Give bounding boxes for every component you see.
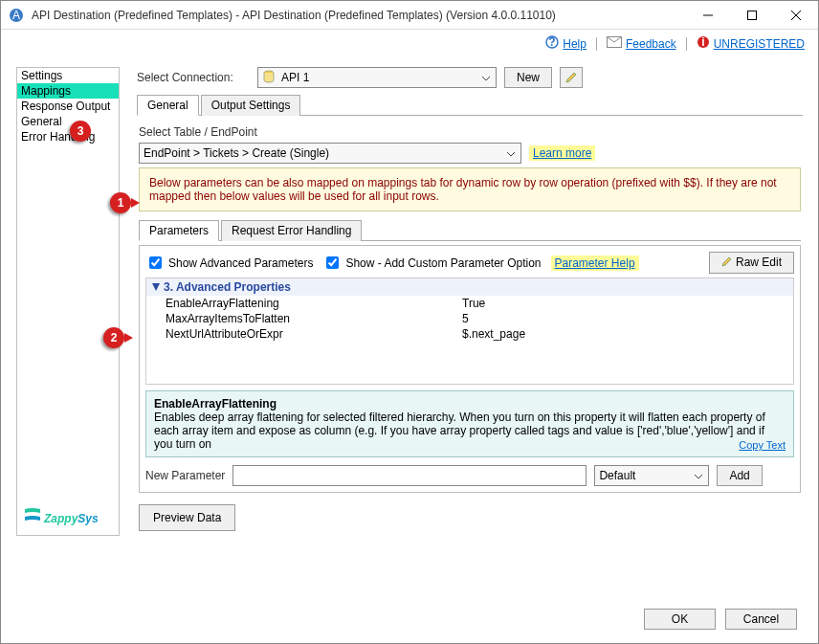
svg-text:ZappySys: ZappySys <box>43 512 99 525</box>
help-icon: ? <box>545 35 559 52</box>
property-row[interactable]: NextUrlAttributeOrExpr $.next_page <box>146 326 793 342</box>
show-advanced-checkbox[interactable]: Show Advanced Parameters <box>145 254 313 272</box>
endpoint-select[interactable]: EndPoint > Tickets > Create (Single) <box>139 143 521 164</box>
ok-button[interactable]: OK <box>644 609 716 630</box>
param-tabstrip: Parameters Request Error Handling <box>139 219 801 241</box>
show-custom-input[interactable] <box>326 256 339 269</box>
new-parameter-input[interactable] <box>232 465 587 486</box>
info-banner: Below parameters can be also mapped on m… <box>139 167 801 211</box>
copy-text-link[interactable]: Copy Text <box>739 439 786 451</box>
svg-text:i: i <box>701 35 704 49</box>
property-name: MaxArrayItemsToFlatten <box>166 312 462 325</box>
help-text: Enables deep array flattening for select… <box>154 411 786 451</box>
tab-output-settings[interactable]: Output Settings <box>201 95 301 116</box>
sidebar-item-general[interactable]: General <box>17 114 119 129</box>
property-help-box: EnableArrayFlattening Enables deep array… <box>145 390 794 457</box>
edit-connection-button[interactable] <box>560 67 583 88</box>
header-links: ? Help Feedback i UNREGISTERED <box>1 30 818 57</box>
property-name: EnableArrayFlattening <box>166 297 462 310</box>
cancel-button[interactable]: Cancel <box>725 609 797 630</box>
svg-text:?: ? <box>549 35 556 49</box>
connection-row: Select Connection: API 1 New <box>137 67 803 88</box>
new-parameter-row: New Parameter Default Add <box>145 465 794 486</box>
chevron-down-icon <box>482 71 490 84</box>
endpoint-label: Select Table / EndPoint <box>139 125 801 139</box>
property-value: True <box>462 297 485 310</box>
add-parameter-button[interactable]: Add <box>717 465 762 486</box>
footer: OK Cancel <box>1 595 818 643</box>
separator <box>686 37 687 51</box>
callout-1: 1 <box>110 192 131 213</box>
unregistered-link[interactable]: UNREGISTERED <box>714 37 805 51</box>
svg-text:A: A <box>12 9 20 22</box>
property-row[interactable]: MaxArrayItemsToFlatten 5 <box>146 311 793 326</box>
top-tabstrip: General Output Settings <box>137 94 803 116</box>
show-custom-label: Show - Add Custom Parameter Option <box>345 256 541 270</box>
db-icon <box>262 70 276 86</box>
raw-edit-button[interactable]: Raw Edit <box>709 252 794 274</box>
maximize-button[interactable] <box>730 1 774 30</box>
callout-1-pointer <box>131 198 140 208</box>
titlebar: A API Destination (Predefined Templates)… <box>1 1 818 30</box>
property-value: $.next_page <box>462 327 525 341</box>
connection-value: API 1 <box>281 71 309 84</box>
feedback-link[interactable]: Feedback <box>626 37 676 51</box>
chevron-down-icon <box>507 146 515 160</box>
connection-label: Select Connection: <box>137 71 250 84</box>
collapse-icon <box>152 280 160 294</box>
show-advanced-label: Show Advanced Parameters <box>168 256 313 270</box>
help-title: EnableArrayFlattening <box>154 397 786 411</box>
info-icon: i <box>697 35 710 52</box>
new-parameter-type-select[interactable]: Default <box>594 465 709 486</box>
property-row[interactable]: EnableArrayFlattening True <box>146 296 793 311</box>
callout-2: 2 <box>103 327 124 348</box>
tab-request-error-handling[interactable]: Request Error Handling <box>221 220 362 241</box>
parameters-panel: Show Advanced Parameters Show - Add Cust… <box>139 245 801 493</box>
help-link[interactable]: Help <box>563 37 587 51</box>
window-title: API Destination (Predefined Templates) -… <box>32 9 686 22</box>
tab-parameters[interactable]: Parameters <box>139 220 219 241</box>
mail-icon <box>607 36 622 51</box>
show-custom-checkbox[interactable]: Show - Add Custom Parameter Option <box>322 254 541 272</box>
tab-general[interactable]: General <box>137 95 199 116</box>
sidebar: Settings Mappings Response Output Genera… <box>16 67 120 536</box>
callout-3: 3 <box>70 121 91 142</box>
property-grid: 3. Advanced Properties EnableArrayFlatte… <box>145 278 794 385</box>
app-icon: A <box>9 8 24 23</box>
close-button[interactable] <box>774 1 818 30</box>
parameter-help-link[interactable]: Parameter Help <box>551 255 639 271</box>
callout-2-pointer <box>124 333 133 343</box>
new-connection-button[interactable]: New <box>504 67 552 88</box>
separator <box>596 37 597 51</box>
new-parameter-label: New Parameter <box>145 469 225 482</box>
chevron-down-icon <box>695 469 702 482</box>
property-value: 5 <box>462 312 469 325</box>
property-section-header[interactable]: 3. Advanced Properties <box>146 278 793 296</box>
brand-logo: ZappySys <box>17 501 119 535</box>
sidebar-item-mappings[interactable]: Mappings <box>17 83 119 99</box>
connection-select[interactable]: API 1 <box>257 67 497 88</box>
show-advanced-input[interactable] <box>149 256 162 269</box>
preview-data-button[interactable]: Preview Data <box>139 504 235 531</box>
svg-rect-3 <box>748 11 757 19</box>
sidebar-item-settings[interactable]: Settings <box>17 68 119 83</box>
sidebar-item-error-handling[interactable]: Error Handling <box>17 129 119 144</box>
edit-icon <box>721 255 733 270</box>
sidebar-item-response-output[interactable]: Response Output <box>17 99 119 114</box>
learn-more-link[interactable]: Learn more <box>529 145 595 161</box>
property-name: NextUrlAttributeOrExpr <box>166 327 462 341</box>
minimize-button[interactable] <box>686 1 730 30</box>
endpoint-value: EndPoint > Tickets > Create (Single) <box>144 146 329 160</box>
